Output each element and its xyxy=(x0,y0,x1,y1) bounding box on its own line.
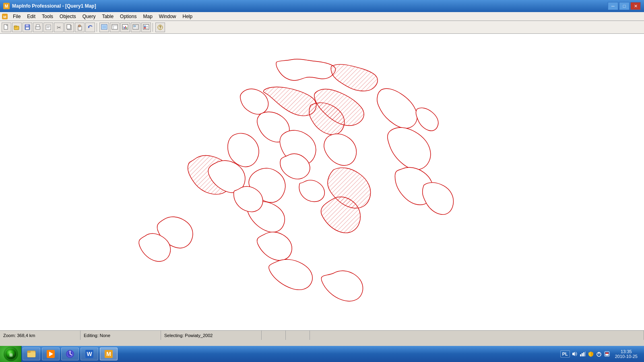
clock-area[interactable]: 13:35 2010-10-25 xyxy=(612,349,641,359)
taskbar-power-icon[interactable] xyxy=(596,351,602,357)
browser-window-button[interactable] xyxy=(110,23,120,32)
new-button[interactable] xyxy=(2,23,11,32)
region-extra-far-right xyxy=(416,108,438,131)
selecting-status: Selecting: Powiaty_2002 xyxy=(161,331,262,340)
taskbar: ⊞ W M xyxy=(0,346,644,362)
taskbar-speaker-icon[interactable] xyxy=(572,351,578,357)
menu-table[interactable]: Table xyxy=(99,13,117,20)
svg-rect-26 xyxy=(112,25,118,29)
graph-window-button[interactable] xyxy=(120,23,130,32)
menu-help[interactable]: Help xyxy=(180,13,196,20)
map-window-button[interactable] xyxy=(99,23,109,32)
taskbar-explorer[interactable] xyxy=(23,348,40,360)
svg-rect-41 xyxy=(144,26,146,27)
paste-button[interactable] xyxy=(75,23,85,32)
svg-rect-69 xyxy=(583,352,584,356)
svg-rect-9 xyxy=(26,25,29,27)
region-center-right xyxy=(324,134,357,166)
minimize-button[interactable]: ─ xyxy=(608,2,618,10)
region-top-1 xyxy=(276,59,336,80)
region-bottom-wide xyxy=(269,259,313,290)
layout-window-button[interactable] xyxy=(131,23,140,32)
region-bottom-right xyxy=(321,271,363,301)
menu-options[interactable]: Options xyxy=(117,13,140,20)
region-interior-3 xyxy=(299,180,324,202)
menu-map[interactable]: Map xyxy=(140,13,155,20)
svg-rect-54 xyxy=(27,352,35,357)
svg-rect-34 xyxy=(126,27,127,29)
svg-rect-37 xyxy=(136,25,138,29)
svg-text:W: W xyxy=(87,351,92,357)
svg-text:?: ? xyxy=(159,25,161,30)
taskbar-shield-icon[interactable] xyxy=(588,351,594,357)
taskbar-word[interactable]: W xyxy=(80,348,98,360)
region-far-right xyxy=(377,88,417,128)
svg-rect-36 xyxy=(134,25,136,27)
clock-date: 2010-10-25 xyxy=(615,354,638,359)
region-far-right-lower xyxy=(423,183,454,214)
svg-rect-13 xyxy=(36,27,39,29)
svg-rect-42 xyxy=(144,27,146,29)
region-top-right-hatched xyxy=(331,64,378,91)
svg-rect-14 xyxy=(46,25,51,30)
svg-rect-74 xyxy=(605,352,609,354)
undo-button[interactable] xyxy=(85,23,95,32)
svg-text:✂: ✂ xyxy=(57,25,61,31)
svg-rect-67 xyxy=(580,354,581,356)
menu-tools[interactable]: Tools xyxy=(39,13,56,20)
title-bar: M MapInfo Professional - [Query1 Map] ─ … xyxy=(0,0,644,12)
start-orb: ⊞ xyxy=(4,347,18,361)
region-upper-left xyxy=(240,89,268,114)
taskbar-winamp[interactable] xyxy=(42,348,60,360)
open-button[interactable] xyxy=(12,23,22,32)
menu-file[interactable]: File xyxy=(10,13,24,20)
svg-rect-70 xyxy=(585,352,586,356)
copy-button[interactable] xyxy=(64,23,74,32)
print-setup-button[interactable] xyxy=(43,23,53,32)
svg-text:M: M xyxy=(5,4,8,8)
region-bottom-center-lower xyxy=(257,232,292,261)
svg-rect-75 xyxy=(605,354,609,356)
extra-status-3 xyxy=(310,331,644,340)
title-bar-left: M MapInfo Professional - [Query1 Map] xyxy=(3,3,96,9)
cut-button[interactable]: ✂ xyxy=(54,23,64,32)
taskbar-mapinfo[interactable]: M xyxy=(100,348,118,360)
map-area[interactable] xyxy=(0,34,644,330)
clock-time: 13:35 xyxy=(621,349,632,354)
menu-query[interactable]: Query xyxy=(79,13,99,20)
svg-text:⊞: ⊞ xyxy=(9,353,12,357)
svg-rect-10 xyxy=(26,27,29,29)
menu-objects[interactable]: Objects xyxy=(56,13,79,20)
menu-edit[interactable]: Edit xyxy=(24,13,39,20)
svg-rect-55 xyxy=(27,351,31,353)
taskbar-flag-icon[interactable] xyxy=(604,351,610,357)
svg-rect-22 xyxy=(78,25,80,27)
system-tray: PL xyxy=(557,346,644,362)
svg-marker-66 xyxy=(572,352,575,356)
svg-rect-68 xyxy=(582,353,583,356)
app-icon: M xyxy=(3,3,10,9)
svg-rect-12 xyxy=(36,25,39,27)
title-controls: ─ □ ✕ xyxy=(608,2,641,10)
svg-text:M: M xyxy=(106,351,111,357)
svg-rect-20 xyxy=(67,25,70,29)
save-button[interactable] xyxy=(23,23,32,32)
svg-rect-32 xyxy=(124,27,125,29)
start-button[interactable]: ⊞ xyxy=(0,346,22,362)
svg-rect-25 xyxy=(102,25,106,29)
help-button[interactable]: ? xyxy=(155,23,165,32)
close-button[interactable]: ✕ xyxy=(630,2,641,10)
extra-status-1 xyxy=(262,331,286,340)
separator xyxy=(153,23,154,32)
legend-window-button[interactable] xyxy=(141,23,151,32)
print-button[interactable] xyxy=(33,23,43,32)
svg-rect-33 xyxy=(125,26,126,29)
language-indicator: PL xyxy=(560,350,570,358)
menu-window[interactable]: Window xyxy=(156,13,180,20)
maximize-button[interactable]: □ xyxy=(619,2,630,10)
zoom-status: Zoom: 368,4 km xyxy=(0,331,80,340)
menu-bar: M File Edit Tools Objects Query Table Op… xyxy=(0,12,644,21)
taskbar-network-icon[interactable] xyxy=(580,351,586,357)
taskbar-app3[interactable] xyxy=(61,348,79,360)
separator xyxy=(97,23,98,32)
